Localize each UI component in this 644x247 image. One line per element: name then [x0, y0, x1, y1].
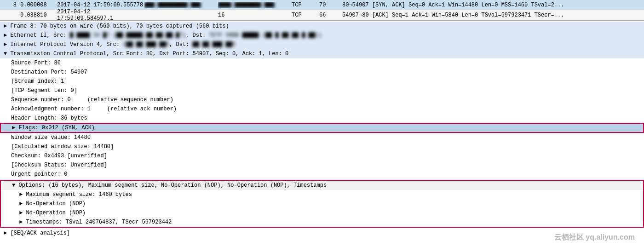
flags-label: Flags: 0x012 (SYN, ACK)	[18, 125, 95, 131]
seq-num-label: Sequence number: 0 (relative sequence nu…	[11, 97, 173, 103]
ip-dst-blurred: ██ ██ ███ ██5	[193, 41, 236, 48]
flags-row[interactable]: ► Flags: 0x012 (SYN, ACK)	[0, 123, 644, 133]
eth-dst-blurred: TETF VBBB █████ (██ █ ██ ██ █ ██1)	[209, 32, 322, 39]
packet-proto: TCP	[292, 2, 319, 8]
src-port-label: Source Port: 80	[11, 60, 61, 66]
packet-time-2: 0.038810	[20, 12, 57, 18]
seq-ack-row[interactable]: ► [SEQ/ACK analysis]	[0, 229, 644, 238]
timestamps-label: Timestamps: TSval 240764837, TSecr 59792…	[26, 219, 172, 225]
frame-section[interactable]: ► Frame 8: 70 bytes on wire (560 bits), …	[0, 22, 644, 31]
detail-panel: ► Frame 8: 70 bytes on wire (560 bits), …	[0, 20, 644, 239]
packet-info-2: 54907→80 [ACK] Seq=1 Ack=1 Win=5840 Len=…	[342, 12, 642, 18]
options-section: ▼ Options: (16 bytes), Maximum segment s…	[0, 180, 644, 228]
packet-src: ███.█████████.███	[144, 2, 218, 8]
seq-ack-triangle: ►	[4, 230, 10, 236]
timestamps-row[interactable]: ► Timestamps: TSval 240764837, TSecr 597…	[1, 218, 643, 227]
ip-label: ► Internet Protocol Version 4, Src: 1██ …	[4, 41, 236, 48]
window-label: Window size value: 14480	[11, 134, 91, 141]
flags-triangle: ►	[12, 125, 18, 131]
ethernet-section[interactable]: ► Ethernet II, Src: █ ████ 34 █7 (██.███…	[0, 31, 644, 40]
calc-window-row: [Calculated window size: 14480]	[0, 142, 644, 151]
mss-row[interactable]: ► Maximum segment size: 1460 bytes	[1, 190, 643, 199]
seg-len-row: [TCP Segment Len: 0]	[0, 86, 644, 95]
nop1-row[interactable]: ► No-Operation (NOP)	[1, 199, 643, 208]
frame-label: ► Frame 8: 70 bytes on wire (560 bits), …	[4, 23, 229, 29]
tcp-section[interactable]: ▼ Transmission Control Protocol, Src Por…	[0, 49, 644, 58]
checksum-row: Checksum: 0x4493 [unverified]	[0, 151, 644, 161]
nop1-label: No-Operation (NOP)	[26, 201, 86, 207]
packet-date-2: 2017-04-12 17:59:09.584597.1	[57, 9, 144, 22]
checksum-status-row: [Checksum Status: Unverified]	[0, 161, 644, 170]
options-header-row[interactable]: ▼ Options: (16 bytes), Maximum segment s…	[1, 181, 643, 190]
ack-num-row: Acknowledgment number: 1 (relative ack n…	[0, 104, 644, 114]
dst-port-row: Destination Port: 54907	[0, 68, 644, 77]
ethernet-label: ► Ethernet II, Src: █ ████ 34 █7 (██.███…	[4, 32, 322, 39]
stream-idx-row: [Stream index: 1]	[0, 77, 644, 86]
calc-window-label: [Calculated window size: 14480]	[11, 144, 114, 150]
checksum-status-label: [Checksum Status: Unverified]	[11, 162, 107, 168]
urgent-label: Urgent pointer: 0	[11, 171, 67, 178]
packet-date: 2017-04-12 17:59:09.555778	[57, 2, 144, 8]
stream-idx-label: [Stream index: 1]	[11, 78, 67, 85]
options-label: Options: (16 bytes), Maximum segment siz…	[18, 182, 327, 189]
packet-len-2: 66	[319, 12, 342, 18]
hdr-len-row: Header Length: 36 bytes	[0, 114, 644, 123]
hdr-len-label: Header Length: 36 bytes	[11, 115, 87, 121]
ip-section[interactable]: ► Internet Protocol Version 4, Src: 1██ …	[0, 40, 644, 49]
options-triangle: ▼	[12, 182, 18, 189]
packet-dst: ████.████████.███	[218, 2, 292, 8]
nop1-triangle: ►	[19, 201, 26, 207]
packet-time: 0.000008	[20, 2, 57, 8]
tcp-label: ▼ Transmission Control Protocol, Src Por…	[4, 51, 288, 57]
mss-triangle: ►	[19, 191, 26, 198]
packet-len: 70	[319, 2, 342, 8]
dst-port-label: Destination Port: 54907	[11, 69, 87, 75]
packet-dst-2: 16	[218, 12, 292, 18]
packet-list: 8 0.000008 2017-04-12 17:59:09.555778 ██…	[0, 0, 644, 20]
ack-num-label: Acknowledgment number: 1 (relative ack n…	[11, 106, 177, 112]
src-port-row: Source Port: 80	[0, 58, 644, 68]
packet-proto-2: TCP	[292, 12, 319, 18]
packet-num: 8	[2, 2, 20, 8]
mss-label: Maximum segment size: 1460 bytes	[26, 191, 132, 198]
timestamps-triangle: ►	[19, 219, 26, 225]
window-row: Window size value: 14480	[0, 133, 644, 142]
seg-len-label: [TCP Segment Len: 0]	[11, 87, 77, 94]
nop2-row[interactable]: ► No-Operation (NOP)	[1, 208, 643, 218]
checksum-label: Checksum: 0x4493 [unverified]	[11, 153, 107, 159]
eth-src-blurred: █ ████ 34 █7 (██.█████.██.██.██.█7)	[70, 32, 186, 39]
packet-row-9[interactable]: 0.038810 2017-04-12 17:59:09.584597.1 16…	[0, 10, 644, 20]
urgent-row: Urgent pointer: 0	[0, 170, 644, 179]
nop2-label: No-Operation (NOP)	[26, 210, 86, 216]
seq-num-row: Sequence number: 0 (relative sequence nu…	[0, 95, 644, 104]
ip-src-blurred: 1██ ██ ███ ██5	[123, 41, 169, 48]
seq-ack-label: [SEQ/ACK analysis]	[10, 230, 70, 236]
nop2-triangle: ►	[19, 210, 26, 216]
packet-info: 80→54907 [SYN, ACK] Seq=0 Ack=1 Win=1448…	[342, 2, 642, 8]
